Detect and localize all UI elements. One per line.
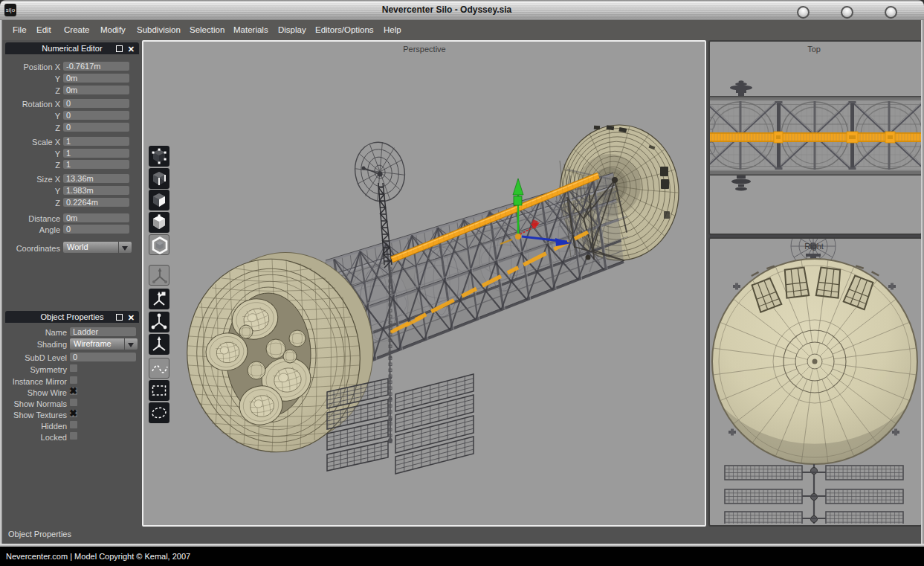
- svg-text:Right: Right: [804, 242, 824, 251]
- svg-text:Perspective: Perspective: [403, 45, 445, 54]
- svg-text:Top: Top: [807, 45, 821, 54]
